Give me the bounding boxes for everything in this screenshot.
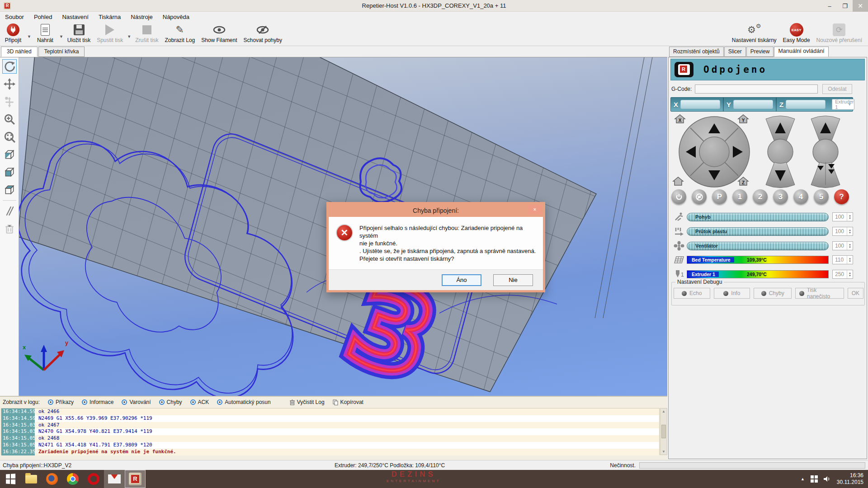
filter-warnings[interactable]: Varování xyxy=(122,399,151,405)
filter-ack[interactable]: ACK xyxy=(190,399,209,405)
tab-preview[interactable]: Preview xyxy=(746,47,774,57)
close-button[interactable]: ✕ xyxy=(853,0,868,12)
fan-icon xyxy=(671,241,687,251)
extruder-select[interactable]: Extruder 1▼ xyxy=(832,99,854,110)
quick-button-5[interactable]: 5 xyxy=(814,189,829,204)
system-tray: ▲ 16:36 30.11.2015 xyxy=(801,472,868,486)
taskbar-firefox[interactable] xyxy=(42,470,62,488)
flow-spinner[interactable]: 100▲▼ xyxy=(832,227,853,236)
dialog-title: Chyba připojení: xyxy=(413,207,459,214)
error-icon: ✕ xyxy=(336,224,353,241)
log-scrollbar[interactable]: ▲▼ xyxy=(660,408,667,455)
zoom-in-tool[interactable] xyxy=(2,112,17,127)
preheat-p-button[interactable]: P xyxy=(712,189,727,204)
quick-button-2[interactable]: 2 xyxy=(753,189,768,204)
bed-temperature-spinner[interactable]: 110▲▼ xyxy=(832,255,853,264)
save-print-button[interactable]: Uložit tisk xyxy=(64,22,94,43)
volume-icon[interactable] xyxy=(824,476,831,482)
connect-button[interactable]: Připojit xyxy=(0,22,26,43)
quick-button-1[interactable]: 1 xyxy=(732,189,747,204)
bed-temperature-bar[interactable]: Bed Temperature 109,39°C xyxy=(687,256,829,264)
maximize-button[interactable]: ❐ xyxy=(837,0,853,12)
home-x-button[interactable]: X xyxy=(674,113,686,124)
hide-travel-button[interactable]: Schovat pohyby xyxy=(241,22,285,43)
filter-info[interactable]: Informace xyxy=(82,399,113,405)
copy-icon xyxy=(333,399,338,405)
fan-slider[interactable]: Ventilátor xyxy=(687,242,829,250)
load-button[interactable]: Nahrát xyxy=(32,22,58,43)
top-view-tool[interactable] xyxy=(2,183,17,197)
copy-log-button[interactable]: Kopírovat xyxy=(333,399,363,405)
show-log-button[interactable]: ✎ Zobrazit Log xyxy=(161,22,198,43)
axis-z-value xyxy=(786,100,826,109)
axis-y-value xyxy=(733,100,773,109)
network-icon[interactable] xyxy=(811,475,818,483)
tray-expand-icon[interactable]: ▲ xyxy=(801,477,805,481)
tab-3d-nahled[interactable]: 3D náhled xyxy=(1,47,38,57)
show-filament-button[interactable]: Show Filament xyxy=(198,22,240,43)
axis-gizmo: x y xyxy=(23,339,69,370)
menu-soubor[interactable]: Soubor xyxy=(0,13,29,21)
menu-tiskarna[interactable]: Tiskárna xyxy=(94,13,126,21)
menu-pohled[interactable]: Pohled xyxy=(29,13,57,21)
home-z-button[interactable]: Z xyxy=(737,176,749,187)
z-jog-control[interactable] xyxy=(763,114,798,189)
dialog-no-button[interactable]: Nie xyxy=(493,274,533,286)
front-view-tool[interactable] xyxy=(2,165,17,179)
speed-spinner[interactable]: 100▲▼ xyxy=(832,212,853,221)
debug-info-toggle: Info xyxy=(714,288,750,299)
chrome-icon xyxy=(67,473,79,485)
home-y-button[interactable]: Y xyxy=(737,113,749,124)
taskbar-mail[interactable] xyxy=(104,470,125,488)
rotate-view-tool[interactable] xyxy=(2,59,17,74)
taskbar-explorer[interactable] xyxy=(21,470,42,488)
scroll-down-arrow[interactable]: ▼ xyxy=(662,450,665,454)
park-disabled-button[interactable] xyxy=(692,189,707,204)
taskbar-opera[interactable] xyxy=(83,470,104,488)
extruder-temperature-bar[interactable]: Extruder 1 249,70°C xyxy=(687,270,829,278)
menu-nastaveni[interactable]: Nastavení xyxy=(57,13,94,21)
connect-dropdown[interactable]: ▼ xyxy=(26,34,32,39)
quick-button-3[interactable]: 3 xyxy=(773,189,788,204)
eye-slash-icon xyxy=(256,23,269,37)
move-view-tool[interactable] xyxy=(2,77,17,91)
tab-rozmisteni-objektu[interactable]: Rozmístění objektů xyxy=(669,47,724,57)
load-dropdown[interactable]: ▼ xyxy=(58,34,64,39)
tab-manualni-ovladani[interactable]: Manuální ovládání xyxy=(774,47,828,57)
power-button[interactable] xyxy=(671,189,686,204)
quick-button-4[interactable]: 4 xyxy=(793,189,808,204)
home-all-button[interactable] xyxy=(672,176,684,187)
tab-slicer[interactable]: Slicer xyxy=(724,47,746,57)
printer-settings-button[interactable]: ⚙⚙ Nastavení tiskárny xyxy=(729,22,780,43)
start-button[interactable] xyxy=(0,470,21,488)
extruder-jog-control[interactable] xyxy=(808,114,843,189)
filter-commands[interactable]: Příkazy xyxy=(48,399,74,405)
extruder-temperature-spinner[interactable]: 250▲▼ xyxy=(832,270,853,279)
isometric-view-tool[interactable] xyxy=(2,147,17,162)
clear-log-button[interactable]: Vyčistit Log xyxy=(290,399,325,405)
taskbar-chrome[interactable] xyxy=(62,470,83,488)
axis-z-label: Z xyxy=(779,101,783,108)
flow-slider[interactable]: Průtok plastu xyxy=(687,227,829,236)
tab-teplotni-krivka[interactable]: Teplotní křivka xyxy=(38,47,85,57)
zoom-fit-tool[interactable] xyxy=(2,130,17,144)
filter-errors[interactable]: Chyby xyxy=(159,399,182,405)
dialog-yes-button[interactable]: Áno xyxy=(442,274,481,286)
start-print-dropdown: ▼ xyxy=(126,34,132,39)
speed-slider[interactable]: Pohyb xyxy=(687,213,829,221)
fan-spinner[interactable]: 100▲▼ xyxy=(832,241,853,250)
taskbar-repetier-host[interactable]: R xyxy=(125,470,146,488)
taskbar-clock[interactable]: 16:36 30.11.2015 xyxy=(837,472,863,486)
filter-autoscroll[interactable]: Automatický posun xyxy=(217,399,270,405)
menu-nastroje[interactable]: Nástroje xyxy=(126,13,157,21)
help-button[interactable]: ? xyxy=(834,189,849,204)
dialog-close-button[interactable]: × xyxy=(528,205,542,214)
parallel-projection-tool[interactable] xyxy=(2,204,17,218)
scroll-thumb[interactable] xyxy=(661,425,666,438)
log-list[interactable]: 16:34:14.599ok 2466 16:34:14.599N2469 G1… xyxy=(1,408,660,455)
menu-napoveda[interactable]: Nápověda xyxy=(158,13,194,21)
easy-mode-button[interactable]: EASY Easy Mode xyxy=(780,22,813,43)
scroll-up-arrow[interactable]: ▲ xyxy=(662,409,665,413)
gcode-input[interactable] xyxy=(695,84,818,94)
minimize-button[interactable]: – xyxy=(822,0,837,12)
